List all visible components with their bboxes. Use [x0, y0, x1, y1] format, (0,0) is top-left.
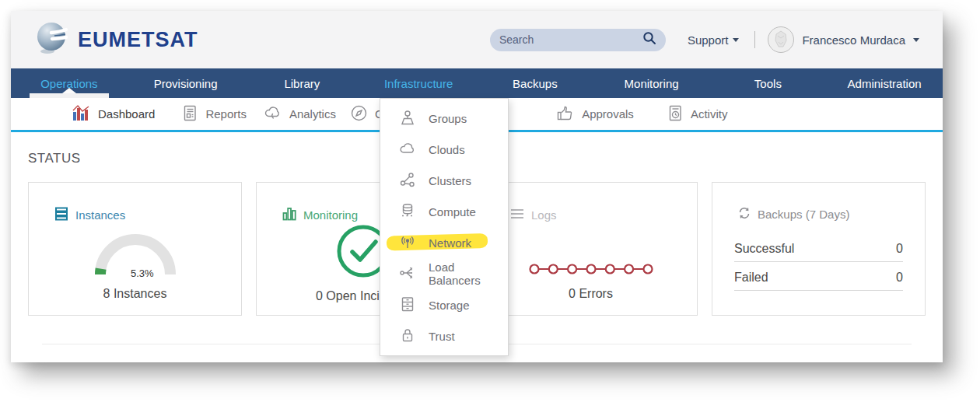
support-menu[interactable]: Support — [688, 33, 740, 47]
infrastructure-dropdown-menu: Groups Clouds Clusters — [380, 98, 509, 356]
storage-drawers-icon — [399, 295, 416, 315]
cluster-nodes-icon — [399, 171, 416, 191]
card-title-label: Instances — [75, 208, 125, 222]
user-name: Francesco Murdaca — [802, 33, 905, 47]
subnav-label: Activity — [691, 107, 728, 121]
instances-card-body: 5.3% 8 Instances — [29, 224, 241, 315]
menu-item-label: Clouds — [429, 143, 465, 156]
eumetsat-logo[interactable]: EUMETSAT — [34, 20, 198, 59]
subnav-item-dashboard[interactable]: Dashboard — [72, 104, 155, 124]
menu-item-network[interactable]: Network — [380, 227, 508, 258]
backups-card: Backups (7 Days) Successful 0 Failed 0 — [712, 182, 926, 316]
hamburger-lines-icon — [509, 206, 525, 224]
nav-label: Backups — [513, 77, 558, 90]
nav-label: Monitoring — [625, 77, 679, 90]
report-document-icon — [181, 104, 198, 124]
logs-card-title[interactable]: Logs — [509, 206, 697, 224]
subnav-label: Dashboard — [98, 107, 155, 121]
subnav-label: Analytics — [289, 107, 336, 121]
card-title-label: Monitoring — [303, 208, 358, 222]
nav-item-provisioning[interactable]: Provisioning — [128, 68, 244, 98]
instances-card-title[interactable]: Instances — [54, 206, 241, 224]
lock-icon — [399, 327, 416, 346]
backup-row-failed: Failed 0 — [734, 262, 903, 291]
instances-gauge: 5.3% — [89, 231, 182, 279]
menu-item-load-balancers[interactable]: Load Balancers — [380, 258, 508, 289]
logs-card: Logs — [484, 182, 698, 316]
logs-card-body: 0 Errors — [485, 224, 697, 315]
subnav-item-reports[interactable]: Reports — [181, 104, 247, 124]
nav-label: Infrastructure — [384, 77, 453, 90]
antenna-icon — [399, 233, 416, 253]
active-tab-caret — [62, 88, 76, 93]
backups-card-title[interactable]: Backups (7 Days) — [737, 206, 925, 222]
menu-item-label: Network — [429, 236, 471, 250]
nav-item-operations[interactable]: Operations — [11, 68, 128, 98]
subnav-item-approvals[interactable]: Approvals — [556, 104, 634, 124]
card-title-label: Backups (7 Days) — [758, 208, 849, 221]
nav-item-library[interactable]: Library — [244, 68, 361, 98]
nav-item-infrastructure[interactable]: Infrastructure — [360, 68, 477, 98]
menu-item-clusters[interactable]: Clusters — [380, 165, 508, 196]
menu-item-label: Trust — [429, 330, 455, 343]
logo-wordmark: EUMETSAT — [78, 28, 198, 52]
app-window: EUMETSAT Support Francesco — [11, 11, 943, 362]
bar-chart-icon — [72, 104, 91, 124]
menu-item-trust[interactable]: Trust — [380, 320, 508, 351]
search-icon[interactable] — [642, 31, 656, 48]
instances-stack-icon — [54, 206, 69, 224]
nav-label: Library — [284, 77, 320, 90]
map-pin-icon — [399, 109, 416, 128]
instances-card: Instances 5.3% 8 Instances — [28, 182, 242, 316]
activity-log-icon — [667, 104, 684, 124]
menu-item-storage[interactable]: Storage — [380, 289, 508, 320]
card-title-label: Logs — [531, 208, 557, 222]
cloud-analytics-icon — [264, 104, 282, 124]
main-nav: Operations Provisioning Library Infrastr… — [11, 68, 943, 98]
nav-item-backups[interactable]: Backups — [477, 68, 593, 98]
backup-row-label: Successful — [734, 242, 794, 256]
gauge-value-label: 5.3% — [131, 267, 154, 279]
chevron-down-icon — [733, 38, 739, 42]
thumbs-up-icon — [556, 104, 575, 124]
subnav-label: Reports — [205, 107, 247, 121]
user-avatar — [768, 26, 794, 53]
subnav-label: Approvals — [582, 107, 634, 121]
header-divider — [754, 31, 755, 48]
menu-item-label: Clusters — [429, 174, 471, 187]
nav-label: Administration — [848, 77, 922, 90]
refresh-icon — [737, 206, 751, 222]
top-header: EUMETSAT Support Francesco — [11, 11, 943, 68]
globe-icon — [34, 20, 70, 59]
compass-icon — [350, 104, 368, 124]
instances-summary[interactable]: 8 Instances — [103, 287, 167, 301]
logs-summary[interactable]: 0 Errors — [569, 287, 613, 301]
menu-item-groups[interactable]: Groups — [380, 103, 508, 134]
backup-row-value: 0 — [896, 271, 903, 285]
nav-label: Provisioning — [154, 77, 218, 90]
nav-label: Tools — [754, 77, 782, 90]
menu-item-label: Storage — [429, 299, 470, 312]
menu-item-clouds[interactable]: Clouds — [380, 134, 508, 165]
monitoring-bars-icon — [282, 206, 297, 224]
menu-item-compute[interactable]: Compute — [380, 196, 508, 227]
cloud-icon — [399, 140, 416, 159]
menu-item-label: Compute — [429, 205, 476, 218]
user-menu[interactable]: Francesco Murdaca — [768, 26, 919, 53]
nav-item-tools[interactable]: Tools — [710, 68, 827, 98]
database-icon — [399, 202, 416, 222]
search-input[interactable] — [499, 33, 642, 46]
nav-item-monitoring[interactable]: Monitoring — [593, 68, 710, 98]
search-box[interactable] — [490, 29, 666, 51]
backups-rows: Successful 0 Failed 0 — [734, 233, 903, 291]
backup-row-label: Failed — [734, 271, 768, 285]
backup-row-value: 0 — [896, 242, 903, 256]
load-balancer-icon — [399, 264, 416, 284]
errors-line-chart — [528, 262, 654, 279]
subnav-item-activity[interactable]: Activity — [667, 104, 728, 124]
backup-row-successful: Successful 0 — [734, 233, 903, 262]
subnav-item-analytics[interactable]: Analytics — [264, 104, 336, 124]
nav-item-administration[interactable]: Administration — [826, 68, 943, 98]
support-label: Support — [688, 33, 729, 47]
menu-item-label: Load Balancers — [429, 260, 508, 287]
